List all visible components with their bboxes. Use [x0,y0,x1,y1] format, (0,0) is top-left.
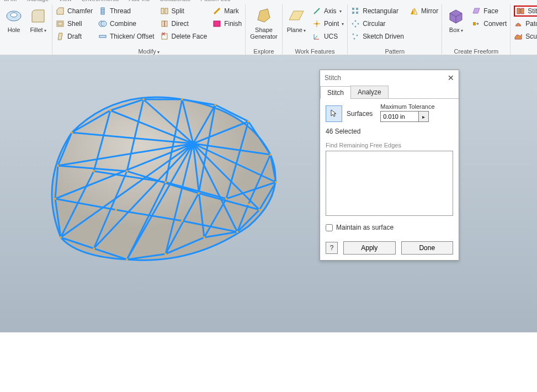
svg-point-33 [357,35,358,36]
maintain-surface-option[interactable]: Maintain as surface [326,224,453,231]
svg-rect-27 [356,12,358,14]
tab-analyze[interactable]: Analyze [350,86,389,98]
sketch-driven-icon [351,32,360,41]
rectangular-button[interactable]: Rectangular [351,6,404,17]
svg-rect-16 [214,21,220,27]
work-features-group-label: Work Features [295,47,335,55]
mark-button[interactable]: Mark [212,6,242,17]
plane-button[interactable]: Plane [286,6,307,35]
face-button[interactable]: Face [472,6,507,17]
svg-point-57 [57,165,59,167]
svg-point-9 [101,21,107,27]
svg-point-28 [355,20,357,22]
svg-line-17 [314,8,320,14]
thread-button[interactable]: Thread [98,6,154,17]
direct-button[interactable]: Direct [160,18,208,29]
ucs-icon [312,32,321,41]
axis-icon [312,7,321,15]
chamfer-button[interactable]: Chamfer [56,6,93,17]
tolerance-spin[interactable]: ▸ [419,111,429,122]
draft-icon [56,32,65,41]
svg-point-32 [353,34,354,35]
convert-icon [472,19,481,28]
svg-line-23 [314,36,317,39]
sketch-driven-button[interactable]: Sketch Driven [351,31,404,42]
apply-button[interactable]: Apply [343,241,396,255]
patch-icon [514,19,523,28]
free-edges-label: Find Remaining Free Edges [326,142,453,149]
finish-button[interactable]: Finish [212,18,242,29]
hole-button[interactable]: Hole [3,6,24,35]
svg-rect-25 [356,8,358,10]
thicken-icon [98,32,107,41]
convert-button[interactable]: Convert [472,18,507,29]
help-button[interactable]: ? [326,242,338,254]
stitch-dialog: Stitch ✕ Stitch Analyze Surfaces Maximum… [320,70,459,261]
combine-icon [98,19,107,28]
surfaces-select-button[interactable] [326,105,342,122]
patch-button[interactable]: Patch [514,18,537,29]
combine-button[interactable]: Combine [98,18,154,29]
tolerance-input[interactable] [380,111,419,122]
surfaces-label: Surfaces [347,110,373,118]
shell-icon [56,19,65,28]
svg-point-53 [126,258,128,261]
svg-rect-35 [473,22,476,25]
maintain-surface-checkbox[interactable] [326,224,333,231]
done-button[interactable]: Done [401,241,454,255]
svg-rect-37 [521,8,524,14]
sculpt-button[interactable]: Sculpt [514,31,537,42]
svg-point-30 [355,26,357,28]
draft-button[interactable]: Draft [56,31,93,42]
svg-point-31 [352,23,354,25]
cursor-icon [329,109,338,119]
hole-icon [4,7,23,25]
svg-rect-3 [58,22,62,25]
box-button[interactable]: Box [445,6,466,35]
rectangular-icon [351,7,360,15]
ucs-button[interactable]: UCS [312,31,344,42]
svg-point-43 [142,98,145,100]
svg-point-61 [198,192,200,194]
svg-point-45 [214,104,216,106]
svg-point-55 [60,236,62,239]
mirror-button[interactable]: Mirror [410,6,438,17]
svg-point-34 [354,38,355,40]
svg-point-49 [258,209,260,211]
free-edges-list[interactable] [326,151,453,216]
svg-point-59 [126,170,128,172]
svg-point-1 [10,13,17,17]
delete-face-button[interactable]: ✕Delete Face [160,31,208,42]
svg-rect-24 [352,8,354,10]
fillet-button[interactable]: Fillet [28,6,49,35]
shape-generator-button[interactable]: Shape Generator [249,6,279,41]
shell-button[interactable]: Shell [56,18,93,29]
selection-count: 46 Selected [326,128,453,135]
svg-rect-10 [99,35,106,38]
svg-point-56 [54,198,56,200]
circular-icon [351,19,360,28]
dialog-close-button[interactable]: ✕ [448,73,454,82]
axis-button[interactable]: Axis▾ [312,6,344,17]
chamfer-icon [56,7,65,15]
delete-face-icon: ✕ [160,32,169,41]
svg-point-50 [236,231,238,233]
thicken-button[interactable]: Thicken/ Offset [98,31,154,42]
circular-button[interactable]: Circular [351,18,404,29]
svg-point-63 [115,209,117,211]
svg-rect-36 [517,8,520,14]
shape-generator-icon [254,7,273,25]
point-icon [312,19,321,28]
stitch-button[interactable]: Stitch [514,6,537,17]
svg-point-42 [109,109,111,112]
direct-icon [160,19,169,28]
svg-point-60 [164,181,167,183]
tab-stitch[interactable]: Stitch [320,86,351,99]
svg-point-48 [275,181,277,183]
split-button[interactable]: Split [160,6,208,17]
point-button[interactable]: Point▾ [312,18,344,29]
svg-point-46 [247,120,249,123]
svg-point-58 [93,170,95,172]
modify-group-label[interactable]: Modify [138,47,159,55]
explore-group-label: Explore [253,47,274,55]
